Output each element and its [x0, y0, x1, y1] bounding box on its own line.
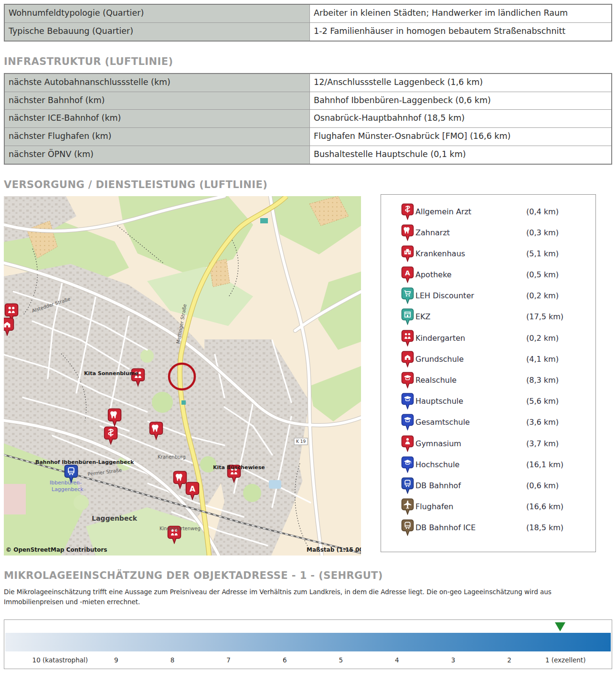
legend-item: Kindergarten(0,2 km): [381, 327, 595, 348]
map-poi-square: [181, 400, 186, 405]
legend-item: Hauptschule(5,6 km): [381, 391, 595, 412]
mikrolage-heading: MIKROLAGEEINSCHÄTZUNG DER OBJEKTADRESSE …: [4, 570, 616, 581]
legend-item: LEH Discounter(0,2 km): [381, 285, 595, 306]
legend-item-label: Kindergarten: [415, 334, 526, 343]
svg-text:A: A: [405, 269, 410, 277]
legend-item-distance: (0,6 km): [526, 481, 559, 490]
mall-pin-icon: [401, 308, 414, 325]
legend-item-distance: (16,1 km): [526, 460, 563, 469]
legend-item-distance: (16,6 km): [526, 502, 563, 511]
legend-item: Grundschule(4,1 km): [381, 348, 595, 369]
legend-item-distance: (0,4 km): [526, 207, 559, 216]
legend-item-distance: (0,3 km): [526, 228, 559, 237]
legend-item-label: Apotheke: [415, 270, 526, 279]
children-pin-icon: [401, 330, 414, 346]
rating-scale-label: 1 (exzellent): [537, 656, 594, 664]
train-pin-icon: [401, 477, 414, 494]
location-report-page: Wohnumfeldtypologie (Quartier)Arbeiter i…: [0, 0, 616, 674]
legend-item-distance: (17,5 km): [526, 312, 563, 321]
children-pin-icon: [401, 330, 414, 346]
school-pin-icon: [401, 393, 414, 409]
infrastructure-table: nächste Autobahnanschlussstelle (km)12/A…: [4, 73, 612, 165]
rating-scale-label: 2: [481, 656, 538, 664]
map-label: Bahnhof Ibbenbüren-Laggenbeck: [35, 459, 134, 465]
caduceus-pin-icon: [401, 203, 414, 220]
table-cell-label: nächster ICE-Bahnhof (km): [4, 110, 310, 128]
cart-pin-icon: [401, 287, 414, 304]
hospital-pin-icon: [401, 245, 414, 262]
map-poi-square-2: [260, 218, 268, 223]
legend-item: DB Bahnhof(0,6 km): [381, 475, 595, 496]
plane-pin-icon: [401, 498, 414, 515]
legend-item-distance: (8,3 km): [526, 376, 559, 385]
rating-scale: 10 (katastrophal)987654321 (exzellent): [4, 619, 612, 669]
legend-item-label: Krankenhaus: [415, 249, 526, 258]
legend-item-distance: (5,6 km): [526, 397, 559, 406]
rating-scale-label: 6: [256, 656, 313, 664]
table-cell-value: 1-2 Familienhäuser in homogen bebautem S…: [310, 22, 612, 41]
school-pin-icon: [401, 414, 414, 430]
map: A Kita SonnenblumeBahnhof Ibbenbüren-Lag…: [4, 196, 361, 556]
tooth-pin-icon: [401, 224, 414, 241]
legend-item: Gymnasium(3,7 km): [381, 433, 595, 454]
table-cell-value: 12/Anschlussstelle Laggenbeck (1,6 km): [310, 73, 612, 92]
legend-item-label: Hauptschule: [415, 397, 526, 406]
map-label: Maßstab (1:15 000): [307, 546, 361, 553]
mall-pin-icon: [401, 308, 414, 325]
map-label: Kita Sonnenblume: [84, 370, 138, 377]
school-pin-icon: [401, 351, 414, 367]
legend-item: Allgemein Arzt(0,4 km): [381, 201, 595, 222]
school-pin-icon: [401, 372, 414, 388]
rating-scale-label: 7: [201, 656, 257, 664]
map-pink-block: [4, 484, 26, 514]
quartier-table: Wohnumfeldtypologie (Quartier)Arbeiter i…: [4, 4, 612, 42]
caduceus-pin-icon: [401, 203, 414, 220]
table-row: Wohnumfeldtypologie (Quartier)Arbeiter i…: [4, 4, 612, 22]
rating-marker-icon: [555, 622, 565, 631]
rating-scale-label: 9: [88, 656, 145, 664]
map-label: © OpenStreetMap Contributors: [6, 546, 107, 553]
table-row: Typische Bebauung (Quartier)1-2 Familien…: [4, 22, 612, 41]
table-cell-value: Bahnhof Ibbenbüren-Laggenbeck (0,6 km): [310, 92, 612, 110]
table-cell-value: Osnabrück-Hauptbahnhof (18,5 km): [310, 110, 612, 128]
map-label: Kindergartenweg: [159, 526, 201, 531]
map-label: K 19: [296, 439, 306, 444]
student-pin-icon: [401, 435, 414, 452]
pharmacy-pin-icon: A: [401, 266, 414, 283]
legend-item-label: Gymnasium: [415, 439, 526, 448]
school-pin-icon: [401, 372, 414, 388]
legend-item: DB Bahnhof ICE(18,5 km): [381, 517, 595, 538]
rating-scale-labels: 10 (katastrophal)987654321 (exzellent): [4, 651, 612, 669]
cart-pin-icon: [401, 287, 414, 304]
legend-item: Krankenhaus(5,1 km): [381, 243, 595, 264]
legend-item-label: DB Bahnhof: [415, 481, 526, 490]
legend-item-label: Grundschule: [415, 355, 526, 364]
train-pin-icon: [401, 519, 414, 536]
legend-item-distance: (3,7 km): [526, 439, 559, 448]
table-row: nächste Autobahnanschlussstelle (km)12/A…: [4, 73, 612, 92]
table-cell-value: Bushaltestelle Hauptschule (0,1 km): [310, 146, 612, 164]
legend-item-distance: (4,1 km): [526, 355, 559, 364]
table-cell-label: nächste Autobahnanschlussstelle (km): [4, 73, 310, 92]
legend-item-label: Zahnarzt: [415, 228, 526, 237]
table-row: nächster Flughafen (km)Flughafen Münster…: [4, 128, 612, 146]
tooth-pin-icon: [401, 224, 414, 241]
legend-item-label: EKZ: [415, 312, 526, 321]
map-label: Laggenbeck: [92, 514, 138, 522]
hospital-pin-icon: [401, 245, 414, 262]
legend-item-distance: (3,6 km): [526, 418, 559, 427]
legend-item-label: Realschule: [415, 376, 526, 385]
legend-item-label: Allgemein Arzt: [415, 207, 526, 216]
train-pin-icon: [401, 519, 414, 536]
legend-item-distance: (18,5 km): [526, 523, 563, 532]
rating-marker-row: [4, 620, 612, 633]
graduation-pin-icon: [401, 456, 414, 473]
table-cell-value: Flughafen Münster-Osnabrück [FMO] (16,6 …: [310, 128, 612, 146]
table-cell-label: nächster Bahnhof (km): [4, 92, 310, 110]
mikrolage-description: Die Mikrolageeinschätzung trifft eine Au…: [4, 587, 563, 607]
legend-item-distance: (5,1 km): [526, 249, 559, 258]
map-label: Kita Büschewiese: [213, 464, 265, 471]
legend-item: AApotheke(0,5 km): [381, 264, 595, 285]
rating-scale-label: 8: [144, 656, 201, 664]
school-pin-icon: [401, 414, 414, 430]
